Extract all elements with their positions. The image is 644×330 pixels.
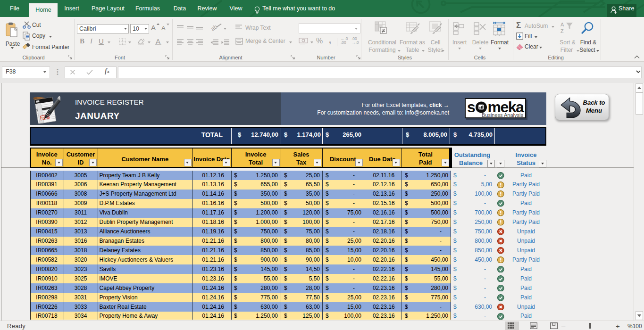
svg-text:A: A [560,22,564,27]
svg-text:Z: Z [560,28,564,34]
svg-text:Business Analysis: Business Analysis [482,112,524,118]
svg-text:s: s [467,99,475,116]
